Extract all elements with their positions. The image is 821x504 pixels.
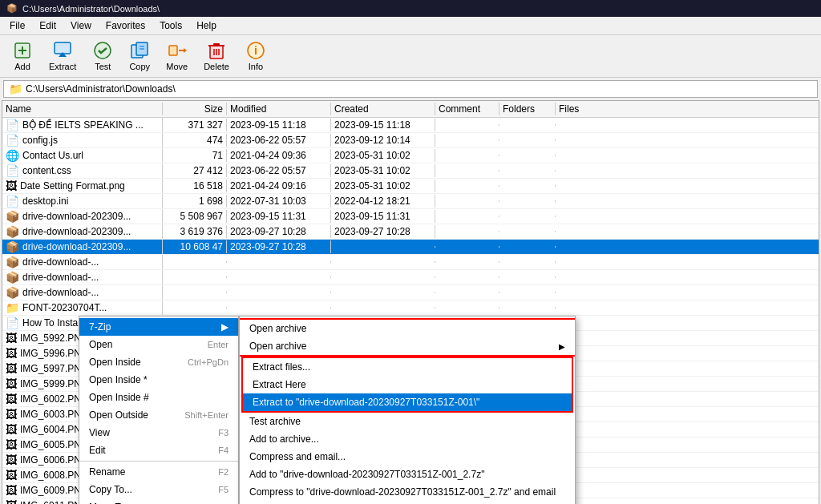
submenu-item-open-archive[interactable]: Open archive bbox=[240, 318, 575, 337]
table-row[interactable]: 📄config.js4742023-06-22 05:572023-09-12 … bbox=[2, 133, 819, 148]
file-icon: 📦 bbox=[6, 240, 19, 253]
context-menu-item-open-inside-hash[interactable]: Open Inside # bbox=[79, 389, 238, 406]
info-button[interactable]: i Info bbox=[238, 38, 273, 74]
context-menu-item-open-outside[interactable]: Open Outside Shift+Enter bbox=[79, 406, 238, 424]
table-row[interactable]: 📄BỘ ĐỀ IELTS SPEAKING ...371 3272023-09-… bbox=[2, 118, 819, 133]
context-menu-item-open-inside[interactable]: Open Inside Ctrl+PgDn bbox=[79, 353, 238, 371]
address-path: C:\Users\Administrator\Downloads\ bbox=[26, 83, 176, 95]
delete-button[interactable]: Delete bbox=[196, 38, 237, 74]
test-icon bbox=[93, 41, 112, 60]
context-menu-item-7zip[interactable]: 7-Zip ▶ bbox=[79, 318, 238, 336]
table-row[interactable]: 📁FONT-20230704T... bbox=[2, 300, 819, 316]
menu-edit[interactable]: Edit bbox=[33, 18, 63, 33]
address-bar: 📁 C:\Users\Administrator\Downloads\ bbox=[3, 80, 818, 98]
col-header-modified[interactable]: Modified bbox=[227, 103, 331, 115]
context-menu-item-move-to[interactable]: Move To... F6 bbox=[79, 498, 238, 504]
file-files-cell bbox=[556, 216, 604, 217]
submenu-item-compress-email[interactable]: Compress and email... bbox=[240, 448, 575, 466]
col-header-folders[interactable]: Folders bbox=[499, 103, 556, 115]
col-header-files[interactable]: Files bbox=[556, 103, 604, 115]
menu-view[interactable]: View bbox=[64, 18, 98, 33]
menu-help[interactable]: Help bbox=[190, 18, 223, 33]
file-comment-cell bbox=[435, 261, 499, 263]
file-name-text: FONT-20230704T... bbox=[22, 302, 107, 313]
file-folders-cell bbox=[499, 124, 556, 126]
extract-button[interactable]: Extract bbox=[42, 38, 83, 74]
file-size-cell: 16 518 bbox=[163, 179, 227, 192]
col-header-name[interactable]: Name bbox=[2, 103, 163, 115]
submenu-item-add-7z[interactable]: Add to "drive-download-20230927T033151Z-… bbox=[240, 466, 575, 483]
col-header-created[interactable]: Created bbox=[331, 103, 435, 115]
svg-rect-18 bbox=[213, 43, 220, 46]
submenu-item-extract-to[interactable]: Extract to "drive-download-20230927T0331… bbox=[243, 393, 572, 411]
context-menu-item-view[interactable]: View F3 bbox=[79, 424, 238, 442]
submenu-item-add-zip[interactable]: Add to "drive-download-20230927T033151Z-… bbox=[240, 501, 575, 504]
table-row[interactable]: 📄content.css27 4122023-06-22 05:572023-0… bbox=[2, 163, 819, 179]
table-row[interactable]: 📦drive-download-202309...3 619 3762023-0… bbox=[2, 224, 819, 240]
submenu-item-add-to-archive[interactable]: Add to archive... bbox=[240, 430, 575, 448]
context-menu-item-edit[interactable]: Edit F4 bbox=[79, 442, 238, 459]
menu-file[interactable]: File bbox=[3, 18, 31, 33]
table-row[interactable]: 📄desktop.ini1 6982022-07-31 10:032022-04… bbox=[2, 194, 819, 209]
submenu-item-extract-here[interactable]: Extract Here bbox=[243, 376, 572, 393]
col-header-size[interactable]: Size bbox=[163, 103, 227, 115]
file-modified-cell bbox=[227, 276, 331, 278]
file-comment-cell bbox=[435, 276, 499, 278]
context-menu-item-open[interactable]: Open Enter bbox=[79, 336, 238, 353]
file-icon: 📁 bbox=[6, 301, 19, 314]
file-icon: 📄 bbox=[6, 134, 19, 147]
submenu-item-compress-7z-email[interactable]: Compress to "drive-download-20230927T033… bbox=[240, 483, 575, 501]
file-icon: 📄 bbox=[6, 119, 19, 131]
context-menu-item-rename[interactable]: Rename F2 bbox=[79, 463, 238, 481]
file-created-cell bbox=[331, 292, 435, 293]
file-files-cell bbox=[556, 246, 604, 248]
separator-1 bbox=[79, 461, 238, 462]
file-icon: 🖼 bbox=[6, 408, 17, 421]
table-row[interactable]: 🖼Date Setting Format.png16 5182021-04-24… bbox=[2, 179, 819, 194]
file-created-cell: 2023-05-31 10:02 bbox=[331, 164, 435, 177]
file-icon: 🌐 bbox=[6, 149, 19, 162]
move-label: Move bbox=[166, 62, 188, 71]
menu-tools[interactable]: Tools bbox=[153, 18, 188, 33]
table-row[interactable]: 📦drive-download-... bbox=[2, 270, 819, 285]
file-size-cell bbox=[163, 276, 227, 278]
file-folders-cell bbox=[499, 200, 556, 202]
table-row[interactable]: 📦drive-download-202309...5 508 9672023-0… bbox=[2, 209, 819, 224]
table-row[interactable]: 📦drive-download-... bbox=[2, 255, 819, 270]
context-menu-item-open-inside-star[interactable]: Open Inside * bbox=[79, 371, 238, 389]
file-files-cell bbox=[556, 170, 604, 171]
submenu-item-open-archive-arrow[interactable]: Open archive ▶ bbox=[240, 337, 575, 357]
table-row[interactable]: 📦drive-download-202309...10 608 472023-0… bbox=[2, 240, 819, 255]
menu-favorites[interactable]: Favorites bbox=[99, 18, 152, 33]
copy-button[interactable]: Copy bbox=[122, 38, 157, 74]
file-icon: 📦 bbox=[6, 210, 19, 223]
table-row[interactable]: 🌐Contact Us.url712021-04-24 09:362023-05… bbox=[2, 148, 819, 163]
file-icon: 🖼 bbox=[6, 179, 17, 192]
file-size-cell: 10 608 47 bbox=[163, 240, 227, 253]
file-created-cell: 2023-09-15 11:31 bbox=[331, 210, 435, 223]
col-header-comment[interactable]: Comment bbox=[435, 103, 499, 115]
title-text: C:\Users\Administrator\Downloads\ bbox=[22, 4, 160, 14]
file-comment-cell bbox=[435, 246, 499, 248]
file-files-cell bbox=[556, 185, 604, 187]
file-modified-cell: 2023-06-22 05:57 bbox=[227, 164, 331, 177]
test-button[interactable]: Test bbox=[85, 38, 120, 74]
file-icon: 📦 bbox=[6, 225, 19, 238]
file-size-cell: 474 bbox=[163, 134, 227, 147]
file-name-cell: 📦drive-download-202309... bbox=[2, 209, 163, 224]
submenu-item-test-archive[interactable]: Test archive bbox=[240, 413, 575, 430]
file-modified-cell: 2023-09-15 11:31 bbox=[227, 210, 331, 223]
file-files-cell bbox=[556, 276, 604, 278]
file-files-cell bbox=[556, 261, 604, 263]
add-button[interactable]: Add bbox=[5, 38, 40, 74]
folder-icon: 📁 bbox=[9, 83, 22, 95]
file-icon: 🖼 bbox=[6, 423, 17, 436]
file-modified-cell: 2023-06-22 05:57 bbox=[227, 134, 331, 147]
context-menu-item-copy-to[interactable]: Copy To... F5 bbox=[79, 481, 238, 498]
table-row[interactable]: 📦drive-download-... bbox=[2, 285, 819, 300]
file-created-cell bbox=[331, 276, 435, 278]
move-button[interactable]: Move bbox=[159, 38, 195, 74]
file-name-cell: 📦drive-download-202309... bbox=[2, 224, 163, 239]
submenu-item-extract-files[interactable]: Extract files... bbox=[243, 358, 572, 376]
file-icon: 🖼 bbox=[6, 499, 17, 504]
